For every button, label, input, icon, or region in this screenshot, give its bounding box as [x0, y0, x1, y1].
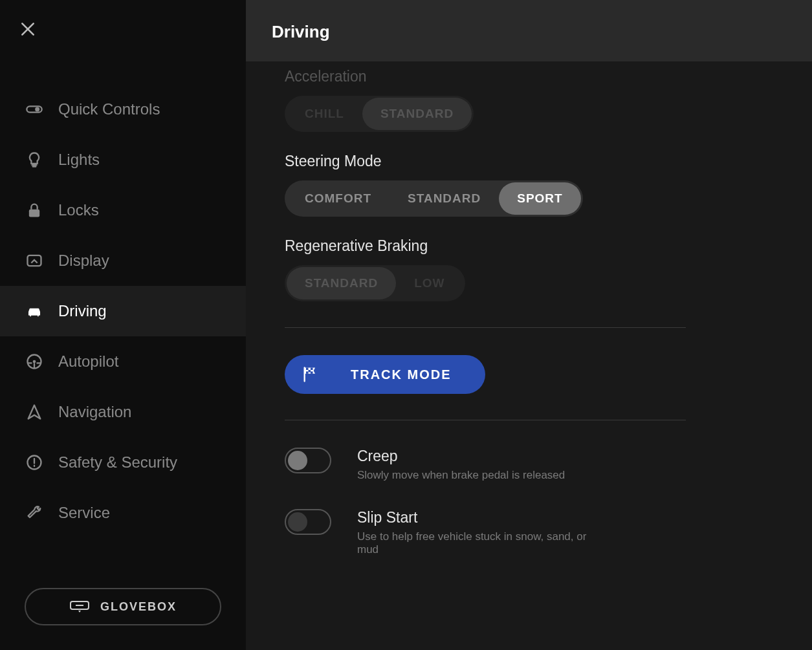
sidebar-item-navigation[interactable]: Navigation — [0, 387, 246, 437]
regen-low[interactable]: LOW — [396, 267, 463, 299]
navigation-icon — [25, 402, 44, 422]
main-content: Driving Acceleration CHILL STANDARD Stee… — [246, 0, 812, 650]
steering-sport[interactable]: SPORT — [499, 182, 580, 215]
track-mode-label: TRACK MODE — [351, 367, 452, 382]
nav-label: Service — [58, 504, 110, 522]
regen-segment: STANDARD LOW — [285, 265, 465, 301]
steering-wheel-icon — [25, 352, 44, 371]
divider — [285, 327, 686, 328]
acceleration-standard[interactable]: STANDARD — [362, 98, 472, 130]
flag-icon — [302, 365, 320, 384]
sidebar-item-driving[interactable]: Driving — [0, 286, 246, 336]
sidebar-item-lights[interactable]: Lights — [0, 135, 246, 185]
glovebox-button[interactable]: GLOVEBOX — [25, 588, 221, 625]
acceleration-chill[interactable]: CHILL — [287, 98, 362, 130]
settings-panel: Acceleration CHILL STANDARD Steering Mod… — [246, 61, 812, 650]
close-icon — [19, 21, 36, 38]
steering-standard[interactable]: STANDARD — [390, 182, 499, 215]
nav-label: Display — [58, 252, 109, 270]
wrench-icon — [25, 503, 44, 523]
close-button[interactable] — [18, 19, 38, 39]
lock-icon — [25, 200, 44, 220]
slip-start-row: Slip Start Use to help free vehicle stuc… — [285, 509, 773, 556]
slip-start-title: Slip Start — [357, 509, 603, 526]
creep-row: Creep Slowly move when brake pedal is re… — [285, 448, 773, 482]
track-mode-button[interactable]: TRACK MODE — [285, 355, 485, 394]
glovebox-icon — [69, 598, 90, 615]
nav-label: Safety & Security — [58, 453, 177, 471]
svg-rect-2 — [29, 210, 39, 217]
page-header: Driving — [246, 0, 812, 61]
alert-circle-icon — [25, 453, 44, 472]
sidebar-item-locks[interactable]: Locks — [0, 185, 246, 235]
divider — [285, 420, 686, 420]
nav-label: Navigation — [58, 403, 131, 421]
sidebar-item-safety-security[interactable]: Safety & Security — [0, 437, 246, 488]
slip-start-description: Use to help free vehicle stuck in snow, … — [357, 530, 603, 556]
bulb-icon — [25, 150, 44, 169]
slip-start-toggle[interactable] — [285, 509, 331, 535]
nav-label: Locks — [58, 201, 99, 219]
steering-label: Steering Mode — [285, 153, 773, 170]
sidebar-item-service[interactable]: Service — [0, 488, 246, 538]
nav-label: Autopilot — [58, 352, 118, 371]
svg-rect-10 — [309, 370, 311, 373]
svg-rect-8 — [306, 368, 309, 371]
regen-label: Regenerative Braking — [285, 237, 773, 255]
svg-rect-12 — [311, 371, 313, 374]
creep-title: Creep — [357, 448, 565, 465]
svg-point-1 — [35, 107, 39, 112]
creep-description: Slowly move when brake pedal is released — [357, 469, 565, 482]
sidebar-item-autopilot[interactable]: Autopilot — [0, 336, 246, 387]
glovebox-label: GLOVEBOX — [100, 600, 177, 614]
sidebar-item-display[interactable]: Display — [0, 235, 246, 286]
car-icon — [25, 301, 44, 321]
settings-nav: Quick Controls Lights Locks Display Driv… — [0, 84, 246, 538]
nav-label: Quick Controls — [58, 100, 160, 118]
svg-rect-11 — [306, 371, 309, 374]
display-icon — [25, 251, 44, 270]
settings-sidebar: Quick Controls Lights Locks Display Driv… — [0, 0, 246, 650]
nav-label: Driving — [58, 302, 107, 320]
acceleration-label: Acceleration — [285, 68, 773, 85]
steering-segment: COMFORT STANDARD SPORT — [285, 180, 583, 217]
acceleration-segment: CHILL STANDARD — [285, 96, 474, 132]
nav-label: Lights — [58, 151, 100, 169]
page-title: Driving — [272, 22, 330, 41]
creep-toggle[interactable] — [285, 448, 331, 473]
steering-comfort[interactable]: COMFORT — [287, 182, 390, 215]
sidebar-item-quick-controls[interactable]: Quick Controls — [0, 84, 246, 135]
regen-standard[interactable]: STANDARD — [287, 267, 396, 299]
svg-point-5 — [33, 360, 36, 363]
toggle-icon — [25, 100, 44, 119]
svg-rect-9 — [311, 368, 313, 371]
